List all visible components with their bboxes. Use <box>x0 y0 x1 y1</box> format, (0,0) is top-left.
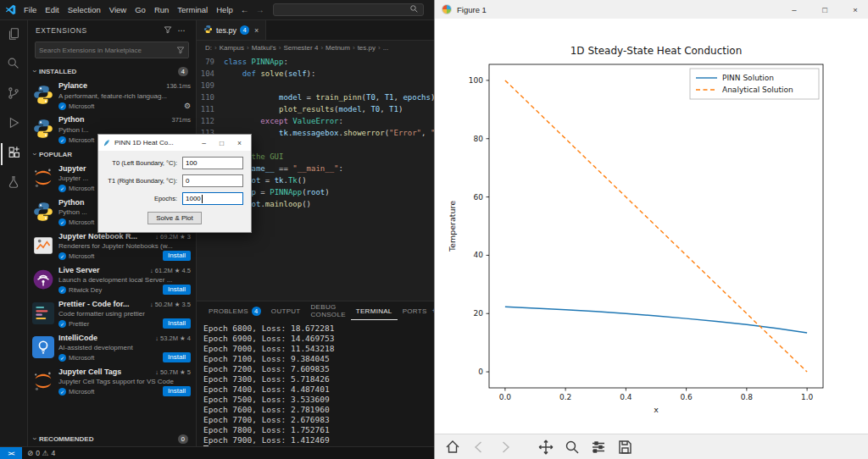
sidebar-title: EXTENSIONS <box>36 26 87 35</box>
terminal-output[interactable]: Epoch 6800, Loss: 18.672281Epoch 6900, L… <box>197 320 434 446</box>
dialog-field-label: T1 (Right Boundary, °C): <box>106 177 177 185</box>
pan-button[interactable] <box>537 438 555 456</box>
extension-stats: ↓ 69.2M ★ 3 <box>155 233 191 241</box>
verified-publisher-icon: ✓ <box>58 102 66 110</box>
breadcrumb-item[interactable]: Semester 4 <box>283 44 318 52</box>
extension-publisher: Microsoft <box>69 252 94 260</box>
install-button[interactable]: Install <box>163 386 191 396</box>
panel-tab-ports[interactable]: PORTS <box>398 301 432 320</box>
breadcrumb-item[interactable]: Matkul's <box>252 44 276 52</box>
sidebar-item-extensions[interactable] <box>1 143 27 165</box>
close-icon[interactable]: × <box>254 26 259 35</box>
extension-item[interactable]: Jupyter Notebook R...↓ 69.2M ★ 3Renderer… <box>28 230 196 263</box>
dialog-entry[interactable]: 1000 <box>182 192 243 205</box>
extension-name: Python <box>58 198 85 207</box>
more-actions-icon[interactable]: ⋯ <box>175 26 188 35</box>
solve-plot-button[interactable]: Solve & Plot <box>147 212 202 224</box>
save-button[interactable] <box>615 438 634 456</box>
intellicode-logo-icon <box>32 336 54 358</box>
back-button[interactable] <box>470 438 488 456</box>
panel-tab-debug-console[interactable]: DEBUG CONSOLE <box>306 301 351 320</box>
remote-indicator[interactable]: >< <box>0 447 22 459</box>
dialog-entry[interactable]: 0 <box>182 174 243 187</box>
breadcrumb-item[interactable]: D: <box>205 44 212 52</box>
section-installed[interactable]: › INSTALLED 4 <box>28 64 196 79</box>
extension-item[interactable]: Pylance136.1msA performant, feature-rich… <box>28 79 196 113</box>
panel-tab-problems[interactable]: PROBLEMS4 <box>203 301 266 320</box>
tab-problems-badge: 4 <box>240 25 249 35</box>
install-button[interactable]: Install <box>163 251 191 261</box>
menu-run[interactable]: Run <box>150 3 173 16</box>
extension-item[interactable]: Prettier - Code for...↓ 50.2M ★ 3.5Code … <box>28 297 196 331</box>
verified-publisher-icon: ✓ <box>58 354 66 362</box>
extension-item[interactable]: Jupyter Cell Tags↓ 50.7M ★ 5Jupyter Cell… <box>28 365 196 399</box>
extensions-icon <box>7 145 22 163</box>
command-center-search[interactable] <box>273 3 424 16</box>
panel-tab-terminal[interactable]: TERMINAL <box>351 301 398 320</box>
extension-item[interactable]: IntelliCode↓ 53.2M ★ 4AI-assisted develo… <box>28 331 196 365</box>
breadcrumb-item[interactable]: Metnum <box>326 44 350 52</box>
install-button[interactable]: Install <box>163 285 191 295</box>
files-icon <box>6 26 21 45</box>
problems-status[interactable]: ⊘ 0 ⚠ 4 <box>22 449 60 457</box>
menu-view[interactable]: View <box>105 3 131 16</box>
install-button[interactable]: Install <box>163 352 191 362</box>
warning-count: 4 <box>51 449 55 457</box>
sidebar-item-explorer[interactable] <box>1 25 27 47</box>
menu-file[interactable]: File <box>19 3 41 16</box>
x-tick-label: 0.8 <box>741 393 754 401</box>
dialog-entry[interactable]: 100 <box>182 157 243 169</box>
figure-titlebar[interactable]: Figure 1 – □ × <box>435 0 868 19</box>
y-tick-label: 40 <box>474 251 484 259</box>
editor-tab-bar: tes.py 4 × <box>197 20 434 41</box>
close-icon[interactable]: × <box>232 139 247 147</box>
maximize-icon[interactable]: □ <box>214 139 229 147</box>
close-icon[interactable]: × <box>843 0 868 19</box>
breadcrumb-item[interactable]: ... <box>383 44 389 52</box>
breadcrumb-item[interactable]: Kampus <box>220 44 244 52</box>
search-icon <box>409 4 419 15</box>
menu-selection[interactable]: Selection <box>64 3 105 16</box>
verified-publisher-icon: ✓ <box>58 388 66 395</box>
menu-edit[interactable]: Edit <box>41 3 63 16</box>
minimize-icon[interactable]: – <box>782 0 807 19</box>
code-line: 104 def solve(self): <box>197 68 434 80</box>
menu-help[interactable]: Help <box>212 3 237 16</box>
verified-publisher-icon: ✓ <box>58 218 66 226</box>
menu-go[interactable]: Go <box>131 3 150 16</box>
menu-bar: FileEditSelectionViewGoRunTerminalHelp <box>19 3 237 16</box>
extension-settings-icon[interactable]: ⚙ <box>184 102 191 110</box>
breadcrumb-item[interactable]: tes.py <box>358 44 376 52</box>
menu-terminal[interactable]: Terminal <box>173 3 212 16</box>
dialog-titlebar[interactable]: PINN 1D Heat Co... – □ × <box>98 135 251 151</box>
search-input[interactable] <box>39 47 176 54</box>
python-file-icon <box>203 25 213 36</box>
tab-tes-py[interactable]: tes.py 4 × <box>197 20 266 40</box>
verified-publisher-icon: ✓ <box>58 252 66 260</box>
sidebar-item-testing[interactable] <box>1 173 27 195</box>
y-axis-label: Temperature <box>448 201 457 252</box>
prettier-logo-icon <box>32 302 54 324</box>
zoom-button[interactable] <box>563 438 581 456</box>
install-button[interactable]: Install <box>163 318 191 329</box>
filter-icon[interactable] <box>161 25 175 36</box>
panel-tab-output[interactable]: OUTPUT <box>266 301 306 320</box>
history-back-icon[interactable]: ← <box>237 5 253 14</box>
minimize-icon[interactable]: – <box>197 139 211 147</box>
new-terminal-icon[interactable]: + <box>432 307 434 315</box>
subplots-button[interactable] <box>589 438 608 456</box>
section-recommended[interactable]: › RECOMMENDED 0 <box>28 431 196 446</box>
sidebar-item-run-debug[interactable] <box>1 113 27 135</box>
verified-publisher-icon: ✓ <box>58 136 66 144</box>
figure-canvas[interactable]: 0.00.20.40.60.81.00204060801001D Steady-… <box>435 19 868 434</box>
sidebar-item-search[interactable] <box>1 54 27 76</box>
line-number: 79 <box>197 56 224 68</box>
forward-button[interactable] <box>496 438 515 456</box>
history-forward-icon[interactable]: → <box>253 5 268 14</box>
sidebar-item-source-control[interactable] <box>1 84 27 106</box>
home-button[interactable] <box>443 438 462 456</box>
filter-icon[interactable] <box>176 42 185 58</box>
extension-item[interactable]: Live Server↓ 61.2M ★ 4.5Launch a develop… <box>28 263 196 297</box>
maximize-icon[interactable]: □ <box>812 0 837 19</box>
extensions-search-box[interactable] <box>35 41 189 58</box>
